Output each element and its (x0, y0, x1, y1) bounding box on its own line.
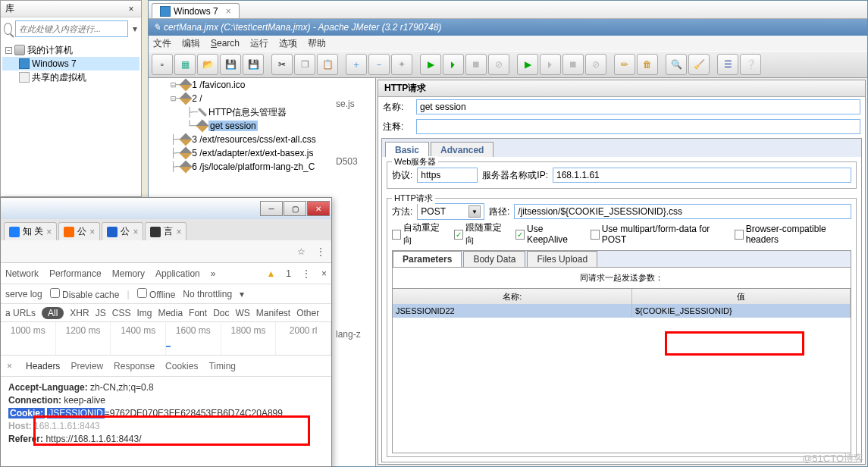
run-nto-button[interactable]: ⏵ (443, 54, 464, 75)
tab-cookies[interactable]: Cookies (165, 361, 198, 371)
run-button[interactable]: ▶ (420, 54, 441, 75)
filter-manifest[interactable]: Manifest (256, 308, 290, 318)
server-field[interactable] (553, 168, 851, 183)
timeline[interactable]: 1000 ms1200 ms1400 ms1600 ms1800 ms2000 … (1, 322, 331, 356)
filter-ws[interactable]: WS (235, 308, 249, 318)
close-icon[interactable]: × (176, 227, 181, 237)
search-input[interactable] (15, 20, 128, 37)
wand-button[interactable]: ✦ (391, 54, 412, 75)
menu-option[interactable]: 选项 (279, 37, 297, 50)
tab-application[interactable]: Application (155, 268, 200, 279)
protocol-field[interactable] (417, 168, 478, 183)
remote-stop[interactable]: ⏹ (562, 54, 584, 75)
star-icon[interactable]: ☆ (297, 246, 306, 257)
name-field[interactable] (416, 99, 860, 114)
remote-run2[interactable]: ⏵ (540, 54, 561, 75)
menu-file[interactable]: 文件 (153, 37, 171, 50)
throttling-select[interactable]: No throttling (183, 289, 232, 299)
chevron-down-icon[interactable]: ▾ (240, 289, 244, 299)
tab-response[interactable]: Response (114, 361, 155, 371)
multipart-cb[interactable] (591, 230, 600, 240)
browser-tab[interactable]: 知 关× (4, 222, 57, 240)
hide-urls[interactable]: a URLs (5, 308, 36, 318)
minus-button[interactable]: － (368, 54, 390, 75)
keepalive-cb[interactable]: ✓ (515, 230, 525, 240)
tab-performance[interactable]: Performance (49, 268, 102, 279)
close-button[interactable]: ✕ (307, 201, 330, 216)
filter-font[interactable]: Font (189, 308, 207, 318)
close-icon[interactable]: × (226, 6, 231, 17)
menu-icon[interactable]: ⋮ (302, 268, 311, 279)
tree-item[interactable]: ⊟─1 /favicon.ico (149, 78, 375, 92)
chevron-down-icon[interactable]: ▼ (468, 205, 481, 218)
preserve-log[interactable]: serve log (5, 289, 42, 299)
fn-button[interactable]: ☰ (717, 54, 738, 75)
redirect-follow-cb[interactable]: ✓ (454, 230, 463, 240)
tree-vm[interactable]: 共享的虚拟机 (2, 71, 139, 84)
filter-css[interactable]: CSS (112, 308, 131, 318)
clear-button[interactable]: ✏ (614, 54, 635, 75)
remote-run[interactable]: ▶ (517, 54, 538, 75)
minimize-button[interactable]: ─ (260, 201, 283, 216)
clearall-button[interactable]: 🗑 (637, 54, 658, 75)
close-icon[interactable]: × (321, 268, 327, 279)
open-button[interactable]: 📂 (197, 54, 218, 75)
path-field[interactable] (514, 204, 851, 219)
tab-memory[interactable]: Memory (112, 268, 145, 279)
menu-edit[interactable]: 编辑 (182, 37, 200, 50)
tab-timing[interactable]: Timing (208, 361, 236, 371)
menu-run[interactable]: 运行 (250, 37, 268, 50)
tpl-button[interactable]: ▦ (174, 54, 196, 75)
filter-img[interactable]: Img (136, 308, 152, 318)
paste-button[interactable]: 📋 (317, 54, 338, 75)
browser-cb[interactable] (735, 230, 744, 240)
cut-button[interactable]: ✂ (271, 54, 293, 75)
close-icon[interactable]: × (133, 227, 138, 237)
tree-w7[interactable]: Windows 7 (2, 57, 139, 71)
table-row[interactable]: JSESSIONID22 ${COOKIE_JSESSIONID} (393, 304, 851, 318)
find-button[interactable]: 🔍 (666, 54, 687, 75)
method-select[interactable]: POST▼ (417, 203, 484, 220)
filter-other[interactable]: Other (296, 308, 319, 318)
close-icon[interactable]: × (126, 4, 136, 14)
browser-tab[interactable]: 公× (102, 222, 143, 240)
close-icon[interactable]: × (89, 227, 95, 237)
tab-filesupload[interactable]: Files Upload (527, 251, 597, 267)
tab-bodydata[interactable]: Body Data (463, 251, 525, 267)
browser-tab[interactable]: 言× (145, 222, 186, 240)
plus-button[interactable]: ＋ (346, 54, 367, 75)
tab-headers[interactable]: Headers (26, 361, 60, 371)
redirect-auto-cb[interactable] (392, 230, 401, 240)
window-tab[interactable]: Windows 7 × (152, 3, 240, 18)
filter-xhr[interactable]: XHR (70, 308, 89, 318)
note-field[interactable] (416, 119, 860, 134)
warning-icon[interactable]: ▲ (266, 268, 275, 279)
new-button[interactable]: ▫ (152, 54, 173, 75)
tab-parameters[interactable]: Parameters (393, 251, 462, 267)
help-button[interactable]: ❔ (740, 54, 761, 75)
menu-search[interactable]: Search (211, 38, 240, 49)
menu-help[interactable]: 帮助 (308, 37, 326, 50)
filter-js[interactable]: JS (96, 308, 106, 318)
param-value[interactable]: ${COOKIE_JSESSIONID} (632, 304, 851, 318)
tab-preview[interactable]: Preview (71, 361, 103, 371)
more-icon[interactable]: » (211, 268, 216, 279)
save-button[interactable]: 💾 (220, 54, 241, 75)
offline-cb[interactable] (137, 288, 147, 298)
menu-icon[interactable]: ⋮ (316, 246, 325, 257)
tree-root[interactable]: −我的计算机 (2, 43, 139, 57)
shut-button[interactable]: ⊘ (488, 54, 509, 75)
filter-all[interactable]: All (42, 307, 64, 319)
reset-button[interactable]: 🧹 (688, 54, 710, 75)
chevron-down-icon[interactable]: ▾ (131, 24, 138, 34)
saveas-button[interactable]: 💾 (243, 54, 264, 75)
copy-button[interactable]: ❐ (294, 54, 315, 75)
filter-doc[interactable]: Doc (213, 308, 229, 318)
close-icon[interactable]: × (7, 361, 12, 371)
maximize-button[interactable]: ▢ (284, 201, 306, 216)
stop-button[interactable]: ⏹ (465, 54, 487, 75)
tab-advanced[interactable]: Advanced (431, 142, 494, 157)
tab-network[interactable]: Network (5, 268, 39, 279)
remote-shut[interactable]: ⊘ (585, 54, 606, 75)
tab-basic[interactable]: Basic (385, 142, 429, 157)
